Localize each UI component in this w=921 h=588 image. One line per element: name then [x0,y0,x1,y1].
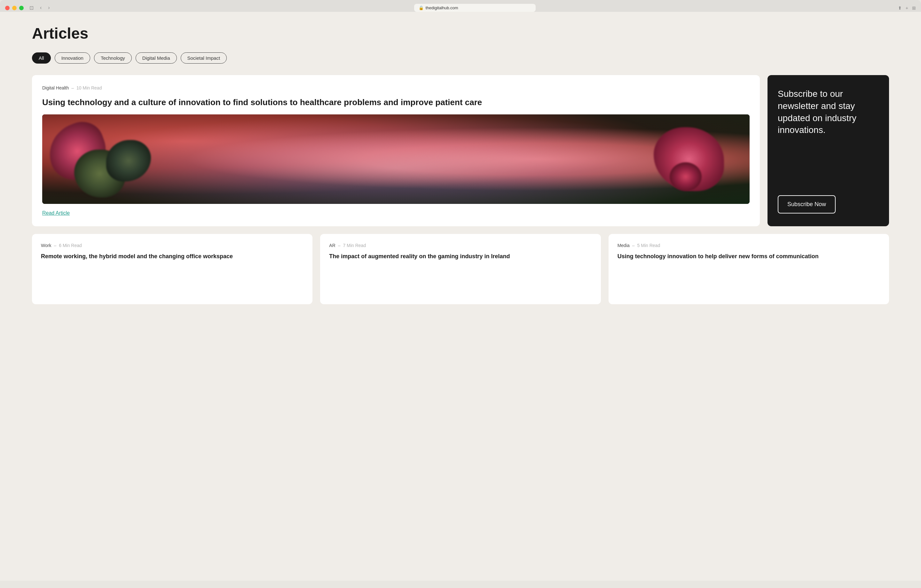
featured-image [42,114,750,204]
newsletter-card: Subscribe to our newsletter and stay upd… [768,75,889,226]
bottom-articles-grid: Work – 6 Min Read Remote working, the hy… [32,234,889,304]
url-text: thedigitalhub.com [426,5,458,10]
article-card-0: Work – 6 Min Read Remote working, the hy… [32,234,312,304]
main-content-grid: Digital Health – 10 Min Read Using techn… [32,75,889,226]
read-article-link[interactable]: Read Article [42,210,750,216]
article-read-time-1: 7 Min Read [343,243,366,248]
browser-actions: ⬆ + ⊞ [898,5,916,11]
cell-blob-5 [670,162,701,191]
address-bar[interactable]: 🔒 thedigitalhub.com [414,4,535,12]
article-category-0: Work [41,243,51,248]
article-read-time-2: 5 Min Read [637,243,661,248]
article-title-2: Using technology innovation to help deli… [618,252,880,260]
article-meta-0: Work – 6 Min Read [41,243,303,248]
article-read-time-0: 6 Min Read [59,243,82,248]
article-separator-2: – [632,243,635,248]
filter-all[interactable]: All [32,52,51,63]
lock-icon: 🔒 [418,5,424,10]
article-title-1: The impact of augmented reality on the g… [329,252,592,260]
browser-controls: ⊡ ‹ › [28,4,52,11]
featured-title: Using technology and a culture of innova… [42,97,750,108]
page-title: Articles [32,24,889,42]
maximize-button[interactable] [19,6,24,10]
minimize-button[interactable] [12,6,16,10]
article-meta-1: AR – 7 Min Read [329,243,592,248]
filter-societal-impact[interactable]: Societal Impact [181,52,227,63]
article-separator-1: – [338,243,340,248]
article-title-0: Remote working, the hybrid model and the… [41,252,303,260]
address-bar-container: 🔒 thedigitalhub.com [55,4,894,12]
article-separator-0: – [54,243,56,248]
featured-category: Digital Health [42,85,69,91]
article-category-2: Media [618,243,630,248]
article-category-1: AR [329,243,335,248]
cell-blob-4 [106,140,151,182]
sidebar-toggle-icon[interactable]: ⊡ [28,4,36,11]
article-meta-2: Media – 5 Min Read [618,243,880,248]
browser-titlebar: ⊡ ‹ › 🔒 thedigitalhub.com ⬆ + ⊞ [5,4,916,12]
featured-separator: – [71,85,74,91]
newsletter-text: Subscribe to our newsletter and stay upd… [778,88,879,136]
forward-icon[interactable]: › [46,4,52,11]
filter-bar: All Innovation Technology Digital Media … [32,52,889,63]
new-tab-icon[interactable]: + [906,5,908,11]
featured-article-meta: Digital Health – 10 Min Read [42,85,750,91]
subscribe-button[interactable]: Subscribe Now [778,195,836,213]
traffic-lights [5,6,24,10]
featured-read-time: 10 Min Read [76,85,102,91]
article-card-1: AR – 7 Min Read The impact of augmented … [320,234,600,304]
filter-technology[interactable]: Technology [94,52,132,63]
filter-digital-media[interactable]: Digital Media [136,52,177,63]
share-icon[interactable]: ⬆ [898,5,902,11]
close-button[interactable] [5,6,10,10]
back-icon[interactable]: ‹ [38,4,44,11]
article-card-2: Media – 5 Min Read Using technology inno… [609,234,889,304]
page-wrapper: Articles All Innovation Technology Digit… [0,12,921,581]
extensions-icon[interactable]: ⊞ [912,5,916,11]
cell-illustration [42,114,750,204]
featured-article-card: Digital Health – 10 Min Read Using techn… [32,75,760,226]
browser-chrome: ⊡ ‹ › 🔒 thedigitalhub.com ⬆ + ⊞ [0,0,921,12]
filter-innovation[interactable]: Innovation [55,52,90,63]
